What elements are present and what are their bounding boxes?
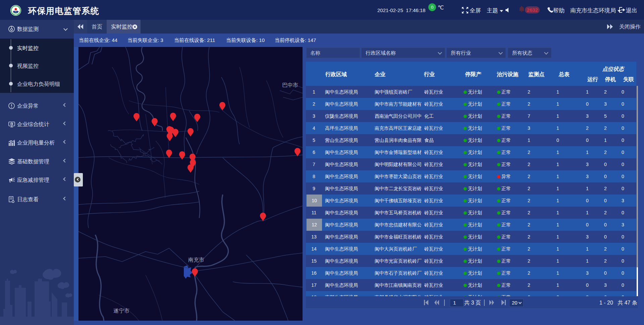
svg-text:遂宁市: 遂宁市 (113, 308, 129, 314)
svg-text:巴中市: 巴中市 (282, 82, 298, 88)
svg-text:南充市: 南充市 (188, 257, 204, 263)
